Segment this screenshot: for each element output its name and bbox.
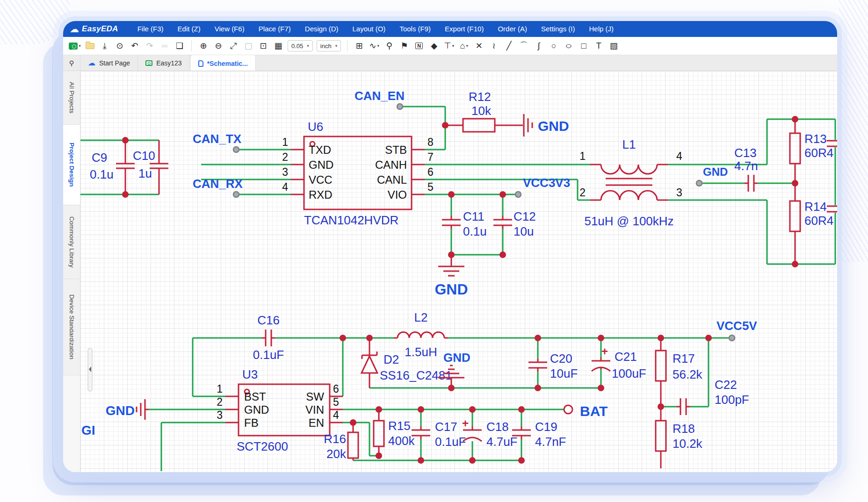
- c20-capacitor[interactable]: C20 10uF: [528, 351, 578, 380]
- draw-ellipse-button[interactable]: ○: [562, 39, 576, 53]
- open-folder-button[interactable]: [83, 39, 97, 53]
- r17-resistor[interactable]: R17 56.2k: [656, 338, 703, 407]
- menu-item-edit[interactable]: Edit (Z): [171, 21, 208, 37]
- net-label-vcc3v3[interactable]: VCC3V3: [523, 176, 570, 190]
- file-history-button[interactable]: ⊙: [113, 39, 127, 53]
- svg-text:51uH @ 100kHz: 51uH @ 100kHz: [584, 214, 673, 228]
- zoom-fit-button[interactable]: ⤢: [226, 39, 240, 53]
- draw-rect-button[interactable]: □: [577, 39, 591, 53]
- save-button[interactable]: ⤓: [98, 39, 112, 53]
- unit-select[interactable]: inch▾: [317, 40, 341, 51]
- tab-schematic[interactable]: *Schematic...: [191, 55, 256, 71]
- svg-text:SW: SW: [306, 390, 324, 403]
- gnd-symbol-top[interactable]: GND: [524, 114, 569, 136]
- c10-capacitor[interactable]: C10 1u: [133, 140, 168, 194]
- place-vcc-flag-button[interactable]: ⊤▾: [442, 39, 456, 53]
- draw-text-button[interactable]: T: [592, 39, 606, 53]
- place-netlabel-button[interactable]: ⚑: [397, 39, 411, 53]
- svg-text:C21: C21: [615, 350, 637, 364]
- net-label-can-tx[interactable]: CAN_TX: [193, 132, 242, 146]
- tab-easy123[interactable]: Easy123: [138, 55, 189, 71]
- zoom-in-button[interactable]: ⊕: [196, 39, 210, 53]
- gnd-symbol-left[interactable]: GND: [106, 399, 149, 420]
- draw-wire-button[interactable]: ≀: [487, 39, 501, 53]
- net-label-can-rx[interactable]: CAN_RX: [193, 177, 243, 191]
- svg-text:VIO: VIO: [388, 188, 407, 201]
- svg-text:VIN: VIN: [305, 403, 324, 416]
- app-logo[interactable]: ☁ EasyEDA: [70, 24, 118, 34]
- gnd-symbol-mid[interactable]: GND: [434, 255, 468, 298]
- draw-arc-button[interactable]: ⌒: [517, 39, 531, 53]
- c19-capacitor[interactable]: C19 4.7nF: [512, 420, 566, 449]
- place-component-button[interactable]: ⊞: [352, 39, 366, 53]
- app-logo-text: EasyEDA: [82, 24, 118, 34]
- pin-tabs-icon[interactable]: ⚲: [63, 55, 80, 71]
- r12-resistor[interactable]: R12 10k: [445, 90, 523, 132]
- r14-resistor[interactable]: R14 60R4: [790, 183, 833, 264]
- menu-item-help[interactable]: Help (J): [582, 21, 621, 37]
- r18-resistor[interactable]: R18 10.2k: [656, 407, 703, 468]
- redo-button[interactable]: ↷: [143, 39, 157, 53]
- r15-resistor[interactable]: R15 400k: [374, 409, 415, 456]
- draw-spline-button[interactable]: ∫: [532, 39, 546, 53]
- l2-inductor[interactable]: L2 1.5uH: [394, 310, 448, 359]
- r13-resistor[interactable]: R13 60R4: [790, 119, 833, 183]
- menu-item-place[interactable]: Place (F7): [252, 21, 298, 37]
- place-resistor-button[interactable]: ∿▾: [367, 39, 381, 53]
- place-probe-button[interactable]: ◆: [427, 39, 441, 53]
- panel-splitter-handle[interactable]: [88, 348, 92, 391]
- thumbnail-view-button[interactable]: ▫▫: [158, 39, 172, 53]
- new-schematic-button[interactable]: ▾: [68, 39, 82, 53]
- bat-terminal[interactable]: BAT: [564, 403, 608, 419]
- c13-capacitor[interactable]: C13 4.7n: [734, 146, 758, 192]
- menu-item-settings[interactable]: Settings (I): [534, 21, 582, 37]
- svg-text:3: 3: [217, 409, 223, 421]
- undo-button[interactable]: ↶: [128, 39, 142, 53]
- place-netport-button[interactable]: N: [412, 39, 426, 53]
- r16-resistor[interactable]: R16 20k: [324, 423, 358, 461]
- c21-capacitor[interactable]: + C21 100uF: [592, 345, 646, 380]
- marquee-select-button[interactable]: ⊡: [256, 39, 270, 53]
- left-sidebar: All ProjectsProject DesignCommonly Libra…: [63, 71, 80, 472]
- svg-text:4: 4: [333, 409, 339, 421]
- draw-line-button[interactable]: ╱: [502, 39, 516, 53]
- menu-item-design[interactable]: Design (D): [298, 21, 346, 37]
- svg-text:3: 3: [676, 186, 682, 199]
- net-label-can-en[interactable]: CAN_EN: [354, 89, 405, 103]
- draw-circle-button[interactable]: ○: [547, 39, 561, 53]
- snap-size-select[interactable]: 0.05▾: [288, 40, 313, 51]
- svg-text:4: 4: [676, 150, 682, 162]
- sidebar-item-commonly-library[interactable]: Commonly Library: [63, 205, 80, 279]
- sidebar-item-device-standardization[interactable]: Device Standardization: [63, 279, 80, 375]
- grid-settings-button[interactable]: ▦: [271, 39, 285, 53]
- sidebar-item-project-design[interactable]: Project Design: [63, 125, 80, 205]
- c22-capacitor[interactable]: C22 100pF: [677, 378, 749, 415]
- c11-capacitor[interactable]: C11 0.1u: [442, 209, 487, 238]
- sidebar-item-all-projects[interactable]: All Projects: [63, 71, 80, 125]
- schematic-canvas[interactable]: U6 TCAN1042HVDR 1 2 3 4 TXD GND VCC RXD …: [80, 71, 837, 472]
- l1-choke[interactable]: L1 1 4 2 3 51uH @ 100kHz: [579, 137, 682, 228]
- net-label-gnd-right[interactable]: GND: [703, 165, 728, 178]
- menu-item-layout[interactable]: Layout (O): [346, 21, 393, 37]
- tab-start-page[interactable]: ☁Start Page: [80, 55, 138, 71]
- zoom-region-button[interactable]: ▢: [241, 39, 255, 53]
- place-noconnect-button[interactable]: ✕: [472, 39, 486, 53]
- place-pin-button[interactable]: ⚲: [382, 39, 396, 53]
- place-gnd-flag-button[interactable]: ⌂▾: [457, 39, 471, 53]
- menu-item-tools[interactable]: Tools (F9): [392, 21, 438, 37]
- zoom-out-button[interactable]: ⊖: [211, 39, 225, 53]
- svg-text:4.7nF: 4.7nF: [535, 435, 566, 449]
- menu-item-export[interactable]: Export (F10): [438, 21, 491, 37]
- c12-capacitor[interactable]: C12 10u: [493, 209, 536, 238]
- svg-text:2: 2: [282, 151, 288, 163]
- insert-image-button[interactable]: ▧: [607, 39, 621, 53]
- c17-capacitor[interactable]: C17 0.1uF: [412, 420, 466, 449]
- u6-chip[interactable]: U6 TCAN1042HVDR 1 2 3 4 TXD GND VCC RXD …: [282, 120, 434, 227]
- c9-capacitor[interactable]: C9 0.1u: [90, 140, 135, 194]
- net-label-vcc5v[interactable]: VCC5V: [716, 319, 757, 333]
- menu-item-order[interactable]: Order (A): [491, 21, 534, 37]
- menu-item-view[interactable]: View (F6): [208, 21, 252, 37]
- c18-capacitor[interactable]: + C18 4.7uF: [462, 417, 518, 449]
- menu-item-file[interactable]: File (F3): [130, 21, 171, 37]
- copy-search-button[interactable]: ❏: [173, 39, 187, 53]
